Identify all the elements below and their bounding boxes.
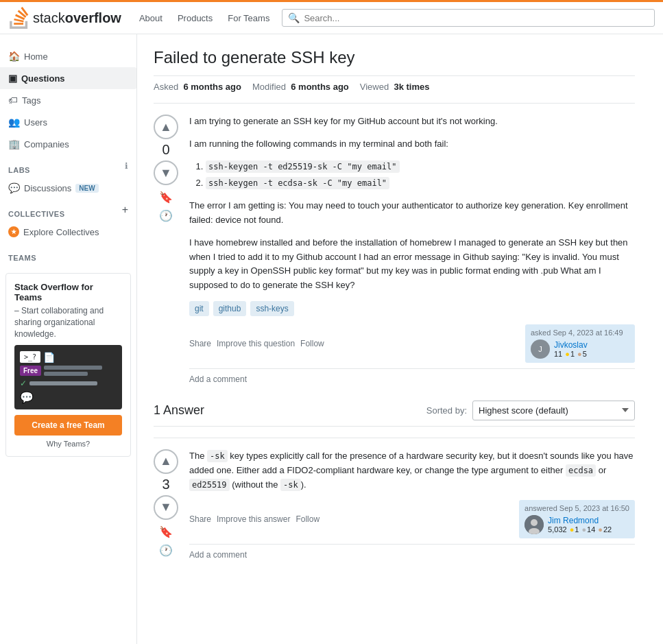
modified-meta: Modified 6 months ago [252, 82, 349, 92]
sort-select[interactable]: Highest score (default)Trending (recent … [472, 401, 635, 420]
teams-box: Stack Overflow for Teams – Start collabo… [5, 273, 131, 457]
search-input[interactable] [304, 13, 649, 23]
main-nav: About Products For Teams [132, 9, 276, 27]
answer-vote-count: 3 [162, 477, 169, 492]
answers-count: 1 Answer [154, 403, 204, 418]
sidebar-item-tags[interactable]: 🏷 Tags [0, 89, 136, 111]
search-bar: 🔍 [282, 9, 655, 27]
asked-label: asked Sep 4, 2023 at 16:49 [531, 329, 629, 337]
question-actions: Share Improve this question Follow asked… [189, 324, 635, 363]
answer-user-name[interactable]: Jim Redmond [548, 516, 612, 525]
companies-icon: 🏢 [8, 139, 20, 150]
command-2: ssh-keygen -t ecdsa-sk -C "my email" [206, 176, 635, 191]
collectives-plus-icon[interactable]: + [122, 204, 128, 216]
question-p4: I have homebrew installed and before the… [189, 236, 635, 293]
teams-box-title: Stack Overflow for Teams [14, 282, 122, 302]
answer-improve-link[interactable]: Improve this answer [217, 514, 290, 524]
history-icon[interactable]: 🕐 [159, 209, 173, 222]
answer-add-comment[interactable]: Add a comment [189, 544, 635, 560]
nav-for-teams[interactable]: For Teams [221, 9, 276, 27]
sidebar: 🏠 Home ▣ Questions 🏷 Tags 👥 Users 🏢 Comp… [0, 34, 137, 644]
sidebar-item-questions[interactable]: ▣ Questions [0, 67, 136, 89]
question-follow-link[interactable]: Follow [300, 339, 324, 348]
question-meta: Asked 6 months ago Modified 6 months ago… [154, 82, 635, 92]
sort-by: Sorted by: Highest score (default)Trendi… [426, 401, 635, 420]
chat-icon: 💬 [20, 392, 34, 403]
answer-avatar [525, 515, 544, 534]
teams-lines [44, 366, 117, 376]
answer-gold-badge: 1 [570, 525, 579, 534]
free-badge: Free [20, 366, 41, 376]
answer-silver-badge: 14 [581, 525, 595, 534]
header: stackoverflow About Products For Teams 🔍 [0, 0, 663, 34]
nav-products[interactable]: Products [171, 9, 219, 27]
sidebar-item-home[interactable]: 🏠 Home [0, 45, 136, 67]
answer-follow-link[interactable]: Follow [296, 514, 320, 524]
tag-github[interactable]: github [213, 301, 247, 316]
explore-collectives[interactable]: ★ Explore Collectives [0, 221, 136, 243]
user-name[interactable]: Jivkoslav [554, 340, 588, 350]
sidebar-item-users[interactable]: 👥 Users [0, 111, 136, 133]
teams-box-desc: – Start collaborating and sharing organi… [14, 305, 122, 339]
question-add-comment[interactable]: Add a comment [189, 368, 635, 384]
why-teams-link[interactable]: Why Teams? [14, 440, 122, 448]
bronze-badge: 5 [577, 350, 587, 358]
create-team-button[interactable]: Create a free Team [14, 415, 122, 436]
upvote-button[interactable]: ▲ [154, 115, 178, 139]
nav-about[interactable]: About [132, 9, 169, 27]
answer-user-info: Jim Redmond 5,032 1 14 22 [525, 515, 629, 534]
bookmark-icon[interactable]: 🔖 [159, 191, 173, 204]
question-p2: I am running the following commands in m… [189, 137, 635, 152]
answer-downvote-button[interactable]: ▼ [154, 495, 178, 520]
answer-bookmark-icon[interactable]: 🔖 [159, 525, 173, 538]
search-icon: 🔍 [288, 12, 300, 23]
user-info: J Jivkoslav 11 1 5 [531, 339, 629, 359]
tag-git[interactable]: git [189, 301, 209, 316]
answer-post: ▲ 3 ▼ 🔖 🕐 The -sk key types explicitly c… [154, 449, 635, 560]
question-body: I am trying to generate an SSH key for m… [189, 115, 635, 384]
question-p1: I am trying to generate an SSH key for m… [189, 115, 635, 129]
question-share-link[interactable]: Share [189, 339, 211, 348]
question-divider [154, 103, 635, 104]
sort-label: Sorted by: [426, 405, 467, 416]
answer-upvote-button[interactable]: ▲ [154, 449, 178, 474]
logo-icon [8, 7, 30, 29]
vote-count: 0 [162, 142, 169, 158]
question-title: Failed to generate SSH key [154, 48, 635, 76]
tag-ssh-keys[interactable]: ssh-keys [250, 301, 293, 316]
note-icon: 📄 [43, 352, 55, 363]
answer-vote-column: ▲ 3 ▼ 🔖 🕐 [154, 449, 178, 560]
sidebar-item-companies[interactable]: 🏢 Companies [0, 133, 136, 155]
answer-user-badges: 5,032 1 14 22 [548, 525, 612, 534]
check-icon: ✓ [20, 379, 27, 388]
answer-user-card: answered Sep 5, 2023 at 16:50 Jim Redmon… [519, 500, 635, 538]
question-post: ▲ 0 ▼ 🔖 🕐 I am trying to generate an SSH… [154, 115, 635, 384]
collectives-label: COLLECTIVES [0, 199, 73, 221]
home-icon: 🏠 [8, 51, 20, 62]
sidebar-item-discussions[interactable]: 💬 Discussions NEW [0, 177, 136, 199]
answer-history-icon[interactable]: 🕐 [159, 544, 173, 557]
labs-label: LABS [0, 155, 38, 177]
discussions-icon: 💬 [8, 182, 20, 193]
answer-bronze-badge: 22 [598, 525, 612, 534]
terminal-term: >_? [20, 351, 40, 363]
vote-column: ▲ 0 ▼ 🔖 🕐 [154, 115, 178, 384]
answers-header: 1 Answer Sorted by: Highest score (defau… [154, 401, 635, 427]
questions-icon: ▣ [8, 73, 17, 84]
question-commands: ssh-keygen -t ed25519-sk -C "my email" s… [206, 160, 635, 191]
question-improve-link[interactable]: Improve this question [217, 339, 295, 348]
downvote-button[interactable]: ▼ [154, 160, 178, 185]
command-1: ssh-keygen -t ed25519-sk -C "my email" [206, 160, 635, 174]
asked-meta: Asked 6 months ago [154, 82, 241, 92]
labs-info-icon[interactable]: ℹ [125, 161, 128, 171]
users-icon: 👥 [8, 117, 20, 128]
tag-icon: 🏷 [8, 95, 18, 106]
answer-body: The -sk key types explicitly call for th… [189, 449, 635, 560]
question-tags: git github ssh-keys [189, 301, 635, 316]
logo[interactable]: stackoverflow [8, 7, 121, 29]
main-content: Failed to generate SSH key Asked 6 month… [137, 34, 651, 644]
answer-p1: The -sk key types explicitly call for th… [189, 449, 635, 492]
discussions-badge: NEW [75, 184, 98, 193]
collectives-section: COLLECTIVES + [0, 199, 136, 221]
answer-share-link[interactable]: Share [189, 514, 211, 524]
